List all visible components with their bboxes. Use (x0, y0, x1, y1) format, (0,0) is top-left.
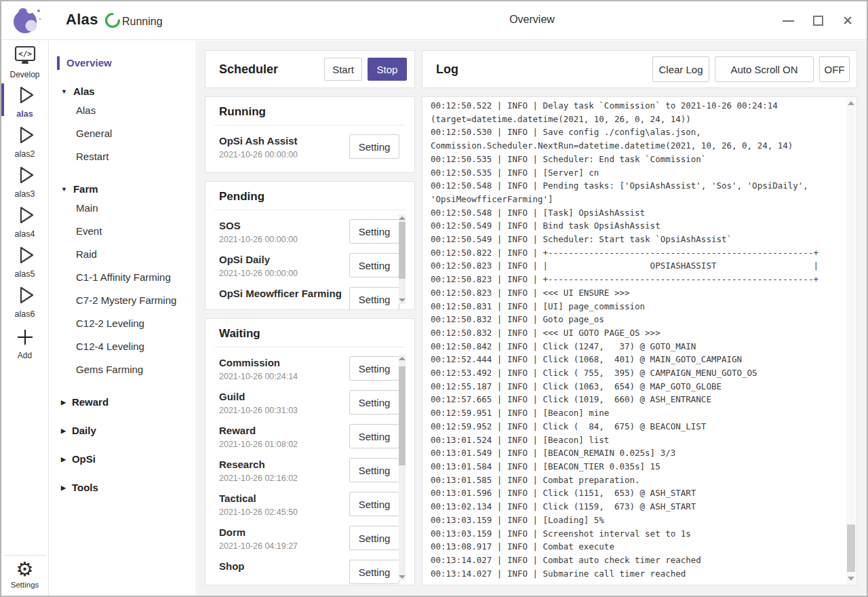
task-name: Research (219, 458, 348, 471)
nav-item[interactable]: OpSi (49, 452, 196, 467)
task-setting-button[interactable]: Setting (349, 287, 399, 310)
log-line: 00:12:50.548 | INFO | Pending tasks: ['O… (431, 179, 842, 193)
task-row: OpSi Meowfficer Farming Setting (205, 284, 414, 310)
nav-item[interactable]: Raid (49, 243, 196, 266)
nav-item[interactable]: General (49, 122, 196, 145)
instance-label: alas5 (15, 269, 35, 279)
scheduler-stop-button[interactable]: Stop (368, 58, 407, 81)
log-line: 'OpsiMeowfficerFarming'] (431, 193, 842, 206)
nav-item[interactable]: Reward (49, 395, 196, 410)
instance-label: alas2 (15, 149, 35, 159)
log-line: 00:13:14.027 | INFO | Submarine call tim… (431, 567, 842, 581)
nav-item-label: Main (76, 202, 98, 214)
gear-icon: ⚙ (16, 559, 34, 579)
task-name: SOS (219, 219, 348, 232)
task-setting-button[interactable]: Setting (349, 424, 399, 448)
play-icon (15, 245, 35, 268)
scroll-down-icon[interactable] (848, 577, 854, 581)
page-title: Overview (197, 14, 867, 26)
nav-item[interactable]: Event (49, 220, 196, 243)
scheduler-start-button[interactable]: Start (324, 58, 362, 81)
nav-item-label: Tools (72, 482, 98, 493)
scrollbar-thumb[interactable] (399, 222, 406, 279)
scroll-down-icon[interactable] (399, 298, 406, 302)
nav-item-label: C12-2 Leveling (76, 317, 144, 329)
log-line: 00:12:50.823 | INFO | | OPSIASHASSIST | (431, 259, 842, 273)
task-setting-button[interactable]: Setting (349, 526, 399, 550)
scroll-up-icon[interactable] (848, 101, 854, 105)
auto-scroll-on-button[interactable]: Auto Scroll ON (715, 56, 814, 82)
nav-item[interactable]: C12-4 Leveling (49, 335, 196, 358)
nav-item[interactable]: Alas (49, 99, 196, 122)
nav-item[interactable]: Main (49, 197, 196, 220)
task-setting-button[interactable]: Setting (349, 134, 399, 159)
task-row: Tactical 2021-10-26 02:45:50 Setting (205, 488, 414, 522)
task-row: Research 2021-10-26 02:16:02 Setting (205, 455, 414, 488)
task-setting-button[interactable]: Setting (349, 356, 399, 381)
minimize-button[interactable] (773, 1, 803, 40)
task-setting-button[interactable]: Setting (349, 253, 399, 277)
sidebar-instance-item[interactable]: alas2 (1, 121, 48, 161)
log-line: 00:12:50.548 | INFO | [Task] OpsiAshAssi… (431, 206, 842, 220)
task-setting-button[interactable]: Setting (349, 492, 399, 516)
develop-label: Develop (9, 70, 39, 79)
nav-item[interactable]: Restart (49, 145, 196, 168)
scroll-up-icon[interactable] (399, 357, 406, 360)
sidebar-instance-item[interactable]: alas5 (1, 242, 48, 282)
nav-item[interactable]: Tools (49, 480, 196, 495)
task-setting-button[interactable]: Setting (349, 219, 399, 244)
nav-item[interactable]: Daily (49, 423, 196, 438)
close-button[interactable]: ✕ (833, 1, 863, 40)
log-line: 00:13:03.159 | INFO | Screenshot interva… (431, 527, 842, 541)
add-instance-button[interactable]: Add (1, 322, 48, 361)
task-info: SOS 2021-10-26 00:00:00 (219, 219, 348, 250)
log-line: 00:13:03.159 | INFO | [Loading] 5% (431, 514, 842, 527)
sidebar-instance-item[interactable]: alas3 (1, 161, 48, 201)
sidebar-item-settings[interactable]: ⚙ Settings (4, 555, 46, 596)
nav-item-label: Overview (66, 57, 112, 69)
nav-item-label: Reward (72, 396, 108, 408)
nav-item[interactable]: Alas (49, 84, 196, 99)
nav-item[interactable]: Gems Farming (49, 358, 196, 381)
running-card: Running OpSi Ash Assist 2021-10-26 00:00… (205, 96, 415, 173)
nav-item-label: Farm (73, 183, 98, 195)
log-scrollbar[interactable] (846, 98, 856, 584)
waiting-scrollbar[interactable] (399, 355, 406, 581)
scroll-up-icon[interactable] (399, 216, 406, 220)
task-info: Dorm 2021-10-26 04:19:27 (219, 526, 348, 556)
sidebar-instance-item[interactable]: alas4 (1, 201, 48, 242)
alas-window: Alas Running Overview ✕ </> Develop (0, 0, 868, 597)
task-info: OpSi Ash Assist 2021-10-26 00:00:00 (219, 134, 348, 165)
nav-item[interactable]: C7-2 Mystery Farming (49, 289, 196, 312)
nav-item-label: Restart (76, 151, 108, 162)
svg-text:</>: </> (18, 50, 32, 58)
scrollbar-thumb[interactable] (399, 366, 406, 465)
sidebar-item-develop[interactable]: </> Develop (1, 41, 48, 81)
nav-item[interactable]: C1-1 Affinity Farming (49, 266, 196, 289)
nav-item[interactable]: C12-2 Leveling (49, 312, 196, 335)
settings-label: Settings (11, 581, 39, 589)
task-setting-button[interactable]: Setting (349, 560, 399, 584)
app-logo-icon (11, 5, 42, 39)
nav-item[interactable]: Overview (49, 56, 196, 71)
task-name: Tactical (219, 492, 348, 505)
log-line: 00:12:55.187 | INFO | Click (1063, 654) … (431, 380, 842, 393)
nav-item-label: C1-1 Affinity Farming (76, 271, 171, 283)
task-setting-button[interactable]: Setting (349, 390, 399, 415)
task-setting-button[interactable]: Setting (349, 458, 399, 482)
nav-item-label: C7-2 Mystery Farming (76, 294, 176, 306)
pending-scrollbar[interactable] (399, 214, 406, 304)
maximize-button[interactable] (803, 1, 833, 40)
nav-item[interactable]: Farm (49, 182, 196, 197)
waiting-card: Waiting Commission 2021-10-26 00:24:14 S… (205, 318, 415, 585)
log-line: 00:12:57.665 | INFO | Click (1019, 660) … (431, 393, 842, 406)
close-icon: ✕ (842, 14, 853, 27)
auto-scroll-off-button[interactable]: OFF (819, 56, 850, 82)
play-icon (15, 85, 35, 108)
scroll-down-icon[interactable] (399, 575, 406, 579)
scrollbar-thumb[interactable] (847, 524, 855, 572)
sidebar-instance-item[interactable]: alas (1, 81, 48, 121)
clear-log-button[interactable]: Clear Log (652, 56, 709, 82)
play-icon (15, 165, 35, 188)
sidebar-instance-item[interactable]: alas6 (1, 282, 48, 322)
